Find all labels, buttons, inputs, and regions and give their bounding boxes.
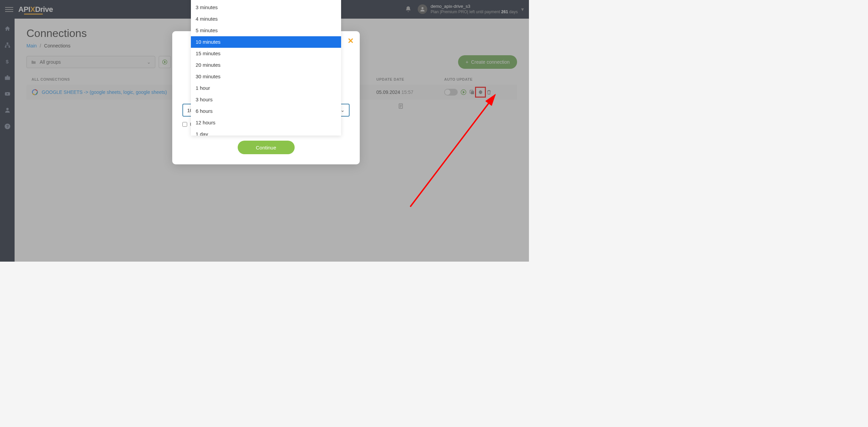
close-icon[interactable]: ✕ xyxy=(348,37,354,45)
interval-option[interactable]: 6 hours xyxy=(191,105,341,117)
interval-option[interactable]: 15 minutes xyxy=(191,48,341,59)
continue-button[interactable]: Continue xyxy=(238,141,295,154)
interval-option[interactable]: 12 hours xyxy=(191,117,341,128)
interval-option[interactable]: 4 minutes xyxy=(191,13,341,25)
after-start-checkbox[interactable] xyxy=(182,122,187,127)
interval-option[interactable]: 1 day xyxy=(191,128,341,136)
interval-option[interactable]: 3 hours xyxy=(191,94,341,105)
interval-option[interactable]: 20 minutes xyxy=(191,59,341,71)
interval-option[interactable]: 3 minutes xyxy=(191,2,341,13)
interval-dropdown: 2 minutes3 minutes4 minutes5 minutes10 m… xyxy=(191,0,341,136)
interval-option[interactable]: 1 hour xyxy=(191,82,341,94)
interval-option[interactable]: 10 minutes xyxy=(191,36,341,48)
interval-option[interactable]: 5 minutes xyxy=(191,25,341,36)
interval-option[interactable]: 30 minutes xyxy=(191,71,341,82)
